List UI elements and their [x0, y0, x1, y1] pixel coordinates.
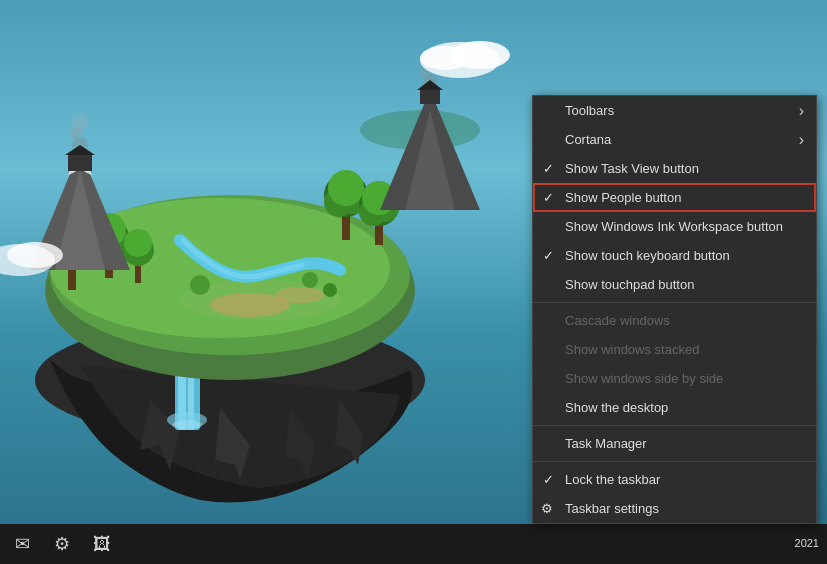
time-display: 2021 [795, 536, 819, 551]
menu-item-label: Taskbar settings [565, 501, 659, 516]
taskbar-right: 2021 [795, 524, 827, 564]
menu-item-show-ink[interactable]: Show Windows Ink Workspace button [533, 212, 816, 241]
menu-item-label: Cortana [565, 132, 611, 147]
menu-item-show-touchpad[interactable]: Show touchpad button [533, 270, 816, 299]
svg-point-43 [71, 113, 89, 131]
checkmark-icon: ✓ [543, 190, 554, 205]
menu-item-label: Cascade windows [565, 313, 670, 328]
menu-item-show-touch-keyboard[interactable]: ✓Show touch keyboard button [533, 241, 816, 270]
svg-rect-48 [68, 155, 92, 171]
menu-item-show-task-view[interactable]: ✓Show Task View button [533, 154, 816, 183]
menu-separator [533, 425, 816, 426]
svg-marker-49 [65, 145, 95, 155]
settings-icon[interactable]: ⚙ [44, 526, 80, 562]
menu-item-show-desktop[interactable]: Show the desktop [533, 393, 816, 422]
menu-item-windows-stacked: Show windows stacked [533, 335, 816, 364]
menu-item-label: Task Manager [565, 436, 647, 451]
svg-point-32 [328, 170, 364, 206]
svg-point-59 [420, 46, 470, 70]
menu-item-label: Show People button [565, 190, 681, 205]
taskbar: ✉ ⚙ 🖼 2021 [0, 524, 827, 564]
menu-item-label: Lock the taskbar [565, 472, 660, 487]
menu-item-lock-taskbar[interactable]: ✓Lock the taskbar [533, 465, 816, 494]
gear-icon: ⚙ [541, 501, 553, 516]
svg-point-27 [124, 229, 152, 257]
menu-item-task-manager[interactable]: Task Manager [533, 429, 816, 458]
checkmark-icon: ✓ [543, 472, 554, 487]
menu-item-label: Show touchpad button [565, 277, 694, 292]
menu-item-label: Show the desktop [565, 400, 668, 415]
menu-item-label: Show windows stacked [565, 342, 699, 357]
menu-item-label: Show windows side by side [565, 371, 723, 386]
menu-item-windows-side-by-side: Show windows side by side [533, 364, 816, 393]
context-menu: ToolbarsCortana✓Show Task View button✓Sh… [532, 95, 817, 524]
menu-item-show-people[interactable]: ✓Show People button [533, 183, 816, 212]
menu-separator [533, 302, 816, 303]
mail-icon[interactable]: ✉ [4, 526, 40, 562]
menu-separator [533, 461, 816, 462]
svg-point-55 [302, 272, 318, 288]
checkmark-icon: ✓ [543, 161, 554, 176]
photos-icon[interactable]: 🖼 [84, 526, 120, 562]
menu-item-label: Toolbars [565, 103, 614, 118]
svg-point-10 [172, 420, 202, 430]
svg-point-56 [323, 283, 337, 297]
menu-item-cascade-windows: Cascade windows [533, 306, 816, 335]
menu-item-label: Show Windows Ink Workspace button [565, 219, 783, 234]
checkmark-icon: ✓ [543, 248, 554, 263]
svg-marker-51 [417, 80, 443, 90]
desktop: ToolbarsCortana✓Show Task View button✓Sh… [0, 0, 827, 564]
island-background [0, 0, 520, 520]
menu-item-cortana[interactable]: Cortana [533, 125, 816, 154]
menu-item-label: Show touch keyboard button [565, 248, 730, 263]
menu-item-toolbars[interactable]: Toolbars [533, 96, 816, 125]
menu-item-taskbar-settings[interactable]: ⚙Taskbar settings [533, 494, 816, 523]
svg-point-61 [7, 242, 63, 268]
svg-rect-50 [420, 90, 440, 104]
svg-point-53 [275, 287, 325, 303]
svg-point-54 [190, 275, 210, 295]
menu-item-label: Show Task View button [565, 161, 699, 176]
